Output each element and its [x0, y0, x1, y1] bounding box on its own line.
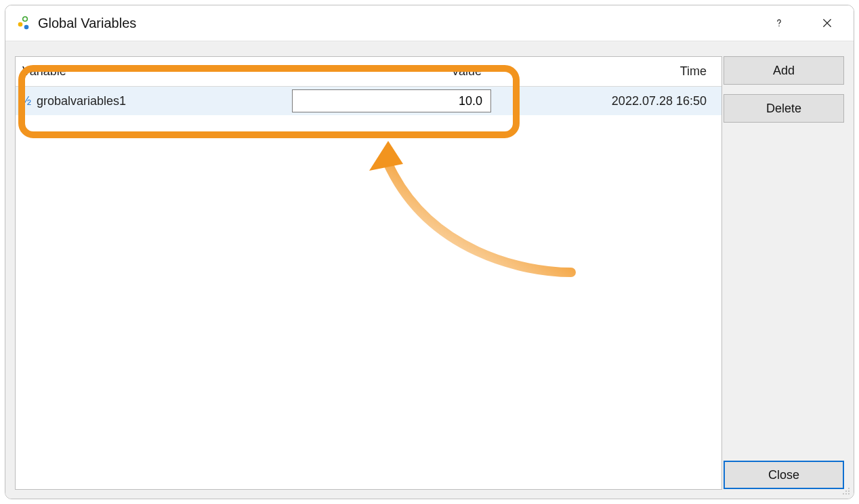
value-input-wrap — [292, 89, 491, 112]
side-buttons: Add Delete — [724, 56, 844, 123]
svg-rect-5 — [848, 488, 850, 489]
time-cell: 2022.07.28 16:50 — [495, 94, 721, 108]
resize-grip-icon[interactable] — [841, 486, 852, 497]
svg-rect-7 — [848, 490, 850, 492]
svg-point-0 — [23, 17, 28, 22]
dialog-window: Global Variables Variable Value Time ½ — [5, 5, 854, 499]
help-button[interactable] — [757, 5, 801, 41]
close-button[interactable]: Close — [724, 461, 844, 489]
annotation-arrow-icon — [348, 137, 591, 286]
table-row[interactable]: ½ grobalvariables1 2022.07.28 16:50 — [16, 87, 721, 115]
svg-rect-8 — [843, 493, 844, 495]
value-cell — [292, 89, 495, 112]
app-icon — [16, 16, 31, 30]
client-area: Variable Value Time ½ grobalvariables1 2… — [5, 41, 854, 499]
column-header-time[interactable]: Time — [495, 64, 721, 79]
svg-point-3 — [778, 25, 780, 26]
svg-point-1 — [18, 22, 23, 27]
delete-button[interactable]: Delete — [724, 94, 844, 123]
titlebar: Global Variables — [5, 5, 854, 41]
variable-cell: ½ grobalvariables1 — [16, 94, 292, 108]
add-button[interactable]: Add — [724, 56, 844, 85]
svg-marker-4 — [369, 141, 403, 171]
svg-point-2 — [24, 25, 29, 30]
svg-rect-9 — [845, 493, 847, 495]
table-header: Variable Value Time — [16, 57, 721, 87]
column-header-value[interactable]: Value — [292, 64, 495, 79]
variables-table: Variable Value Time ½ grobalvariables1 2… — [15, 56, 722, 490]
value-input[interactable] — [293, 93, 484, 109]
column-header-variable[interactable]: Variable — [16, 64, 292, 79]
fraction-icon: ½ — [21, 95, 31, 107]
close-window-button[interactable] — [801, 5, 854, 41]
svg-rect-10 — [848, 493, 850, 495]
svg-rect-6 — [845, 490, 847, 492]
window-title: Global Variables — [38, 16, 136, 31]
variable-name: grobalvariables1 — [37, 94, 126, 108]
